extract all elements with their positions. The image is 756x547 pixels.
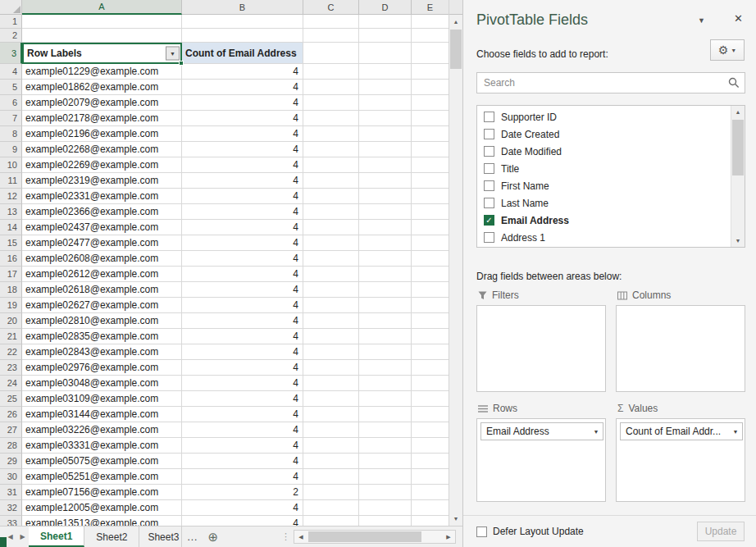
field-item[interactable]: Address 1 bbox=[477, 229, 731, 246]
email-cell[interactable]: example02810@example.com bbox=[22, 313, 182, 329]
row-number[interactable]: 6 bbox=[0, 95, 22, 111]
empty-cell[interactable] bbox=[359, 126, 412, 142]
empty-cell[interactable] bbox=[359, 111, 412, 126]
count-cell[interactable]: 4 bbox=[182, 407, 303, 422]
empty-cell[interactable] bbox=[303, 95, 359, 111]
empty-cell[interactable] bbox=[303, 407, 359, 422]
column-header-e[interactable]: E bbox=[412, 0, 449, 15]
empty-cell[interactable] bbox=[412, 298, 449, 313]
count-cell[interactable]: 4 bbox=[182, 344, 303, 360]
pane-options-icon[interactable]: ▼ bbox=[698, 16, 705, 25]
email-cell[interactable]: example02319@example.com bbox=[22, 173, 182, 189]
empty-cell[interactable] bbox=[359, 438, 412, 454]
count-cell[interactable]: 4 bbox=[182, 189, 303, 204]
empty-cell[interactable] bbox=[359, 29, 412, 43]
row-number[interactable]: 22 bbox=[0, 344, 22, 360]
empty-cell[interactable] bbox=[303, 376, 359, 391]
empty-cell[interactable] bbox=[303, 43, 359, 64]
column-header-d[interactable]: D bbox=[359, 0, 412, 15]
count-cell[interactable]: 4 bbox=[182, 173, 303, 189]
field-checkbox[interactable]: ✓ bbox=[484, 215, 494, 226]
empty-cell[interactable] bbox=[412, 189, 449, 204]
field-checkbox[interactable] bbox=[484, 129, 494, 139]
columns-drop-area[interactable] bbox=[616, 305, 745, 392]
row-number[interactable]: 26 bbox=[0, 407, 22, 422]
empty-cell[interactable] bbox=[412, 454, 449, 469]
empty-cell[interactable] bbox=[303, 313, 359, 329]
column-header-b[interactable]: B bbox=[182, 0, 303, 15]
empty-cell[interactable] bbox=[359, 516, 412, 526]
email-cell[interactable]: example02331@example.com bbox=[22, 189, 182, 204]
horizontal-scrollbar[interactable]: ◀ ▶ bbox=[294, 530, 456, 544]
email-cell[interactable]: example03331@example.com bbox=[22, 438, 182, 454]
email-cell[interactable]: example03109@example.com bbox=[22, 391, 182, 407]
row-number[interactable]: 20 bbox=[0, 313, 22, 329]
row-number[interactable]: 27 bbox=[0, 422, 22, 438]
empty-cell[interactable] bbox=[412, 251, 449, 267]
empty-cell[interactable] bbox=[359, 235, 412, 251]
tab-sheet2[interactable]: Sheet2 bbox=[84, 526, 139, 547]
empty-cell[interactable] bbox=[359, 189, 412, 204]
email-cell[interactable]: example02627@example.com bbox=[22, 298, 182, 313]
empty-cell[interactable] bbox=[359, 454, 412, 469]
empty-cell[interactable] bbox=[412, 360, 449, 376]
empty-cell[interactable] bbox=[359, 376, 412, 391]
email-cell[interactable]: example02618@example.com bbox=[22, 282, 182, 298]
field-checkbox[interactable] bbox=[484, 112, 494, 122]
fill-handle[interactable] bbox=[179, 61, 184, 66]
empty-cell[interactable] bbox=[303, 329, 359, 344]
field-checkbox[interactable] bbox=[484, 198, 494, 208]
email-cell[interactable]: example01229@example.com bbox=[22, 64, 182, 80]
empty-cell[interactable] bbox=[359, 360, 412, 376]
empty-cell[interactable] bbox=[412, 64, 449, 80]
empty-cell[interactable] bbox=[303, 516, 359, 526]
vertical-scrollbar[interactable]: ▲ ▼ bbox=[449, 0, 462, 526]
values-drop-area[interactable]: Count of Email Addr... ▼ bbox=[616, 418, 745, 502]
email-cell[interactable]: example02079@example.com bbox=[22, 95, 182, 111]
field-item[interactable]: Date Modified bbox=[477, 143, 731, 160]
count-cell[interactable]: 4 bbox=[182, 111, 303, 126]
row-number[interactable]: 16 bbox=[0, 251, 22, 267]
empty-cell[interactable] bbox=[412, 500, 449, 516]
empty-cell[interactable] bbox=[412, 15, 449, 29]
field-item[interactable]: Last Name bbox=[477, 194, 731, 212]
row-number[interactable]: 29 bbox=[0, 454, 22, 469]
row-number[interactable]: 8 bbox=[0, 126, 22, 142]
empty-cell[interactable] bbox=[359, 43, 412, 64]
empty-cell[interactable] bbox=[412, 391, 449, 407]
row-number[interactable]: 9 bbox=[0, 142, 22, 157]
empty-cell[interactable] bbox=[359, 407, 412, 422]
row-number[interactable]: 24 bbox=[0, 376, 22, 391]
email-cell[interactable]: example02835@example.com bbox=[22, 329, 182, 344]
empty-cell[interactable] bbox=[303, 142, 359, 157]
row-number[interactable]: 25 bbox=[0, 391, 22, 407]
field-checkbox[interactable] bbox=[484, 180, 494, 191]
empty-cell[interactable] bbox=[412, 516, 449, 526]
scroll-down-icon[interactable]: ▼ bbox=[449, 512, 462, 526]
email-cell[interactable]: example02477@example.com bbox=[22, 235, 182, 251]
count-cell[interactable]: 4 bbox=[182, 298, 303, 313]
empty-cell[interactable] bbox=[359, 15, 412, 29]
empty-cell[interactable] bbox=[303, 422, 359, 438]
empty-cell[interactable] bbox=[359, 80, 412, 95]
field-checkbox[interactable] bbox=[484, 146, 494, 157]
email-cell[interactable]: example07156@example.com bbox=[22, 485, 182, 500]
empty-cell[interactable] bbox=[412, 80, 449, 95]
empty-cell[interactable] bbox=[303, 29, 359, 43]
count-cell[interactable]: 4 bbox=[182, 142, 303, 157]
count-cell[interactable]: 4 bbox=[182, 360, 303, 376]
empty-cell[interactable] bbox=[412, 204, 449, 220]
rows-field-email-address[interactable]: Email Address ▼ bbox=[480, 422, 603, 440]
new-sheet-button[interactable]: ⊕ bbox=[207, 531, 218, 543]
email-cell[interactable]: example02843@example.com bbox=[22, 344, 182, 360]
email-cell[interactable]: example03048@example.com bbox=[22, 376, 182, 391]
empty-cell[interactable] bbox=[303, 469, 359, 485]
empty-cell[interactable] bbox=[412, 313, 449, 329]
row-labels-cell[interactable]: Row Labels ▼ bbox=[22, 43, 182, 64]
email-cell[interactable]: example02268@example.com bbox=[22, 142, 182, 157]
email-cell[interactable]: example02608@example.com bbox=[22, 251, 182, 267]
update-button[interactable]: Update bbox=[697, 522, 745, 541]
empty-cell[interactable] bbox=[359, 204, 412, 220]
count-cell[interactable]: 4 bbox=[182, 267, 303, 282]
empty-cell[interactable] bbox=[412, 282, 449, 298]
